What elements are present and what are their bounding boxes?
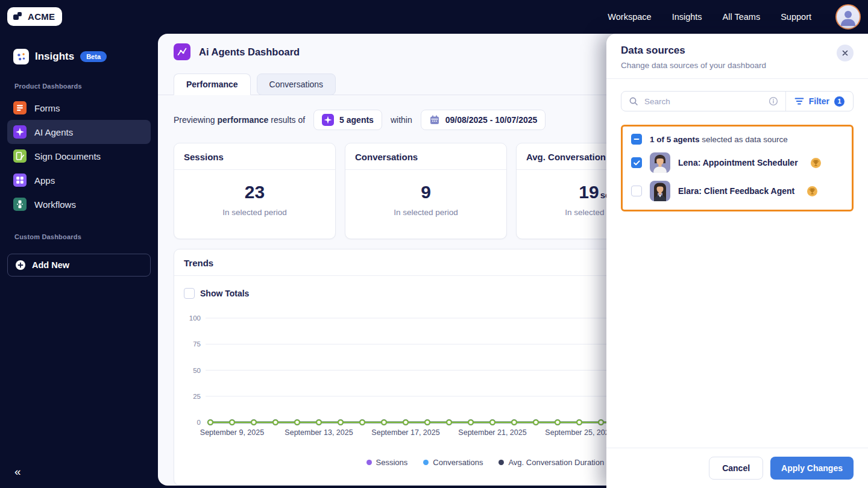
topnav-link-workspace[interactable]: Workspace [608, 12, 651, 22]
stat-value: 9 [421, 182, 431, 202]
add-new-label: Add New [32, 260, 69, 270]
show-totals-checkbox[interactable] [184, 288, 195, 299]
search-input[interactable] [644, 97, 761, 106]
select-all-checkbox[interactable] [631, 134, 642, 145]
agent-name: Elara: Client Feedback Agent [678, 186, 794, 196]
date-range-button[interactable]: 09/08/2025 - 10/07/2025 [421, 110, 546, 130]
tab-conversations[interactable]: Conversations [257, 74, 336, 95]
filter-icon [794, 97, 804, 105]
data-sources-panel: Data sources Change data sources of your… [606, 34, 868, 488]
topnav-link-support[interactable]: Support [781, 12, 811, 22]
sidebar-item-label: Workflows [34, 199, 76, 210]
sidebar-item-forms[interactable]: Forms [7, 96, 151, 120]
trophy-icon [811, 158, 821, 168]
svg-text:50: 50 [193, 367, 201, 374]
page-title: Ai Agents Dashboard [199, 46, 300, 58]
agent-avatar-lena [650, 152, 670, 173]
trophy-icon [807, 186, 817, 196]
sidebar-item-workflows[interactable]: Workflows [7, 192, 151, 216]
svg-text:September 13, 2025: September 13, 2025 [285, 428, 353, 437]
svg-text:September 25, 2025: September 25, 2025 [545, 428, 613, 437]
stat-card-sessions: Sessions 23 In selected period [174, 143, 336, 239]
legend-item-conversations[interactable]: Conversations [423, 458, 483, 467]
panel-close-button[interactable] [837, 45, 854, 61]
topnav-link-insights[interactable]: Insights [672, 12, 702, 22]
legend-item-sessions[interactable]: Sessions [366, 458, 408, 467]
agent-checkbox[interactable] [631, 186, 642, 196]
show-totals-toggle[interactable]: Show Totals [184, 288, 249, 299]
plus-icon [15, 260, 26, 271]
apps-icon [13, 174, 27, 187]
svg-text:0: 0 [197, 419, 201, 426]
within-label: within [391, 115, 412, 125]
search-icon [629, 96, 638, 106]
agent-checkbox[interactable] [631, 157, 642, 168]
cancel-button[interactable]: Cancel [709, 457, 763, 480]
sidebar-item-label: Forms [34, 103, 60, 113]
collapse-icon: « [14, 465, 21, 478]
agent-row-lena[interactable]: Lena: Appointment Scheduler [631, 152, 843, 173]
apply-changes-button[interactable]: Apply Changes [770, 457, 854, 480]
dashboard-icon [174, 43, 190, 60]
topnav-link-all-teams[interactable]: All Teams [723, 12, 761, 22]
calendar-icon [429, 114, 440, 125]
legend-dot [366, 460, 372, 465]
indeterminate-icon [634, 136, 640, 142]
svg-text:25: 25 [193, 393, 201, 400]
stat-card-conversations: Conversations 9 In selected period [345, 143, 507, 239]
stat-subtitle: In selected period [174, 208, 335, 217]
tab-performance[interactable]: Performance [174, 74, 251, 95]
sidebar-item-label: Apps [34, 175, 55, 186]
add-new-button[interactable]: Add New [7, 254, 151, 277]
svg-text:September 9, 2025: September 9, 2025 [200, 428, 264, 437]
stat-title: Sessions [174, 143, 335, 170]
selection-summary-row: 1 of 5 agents selected as data source [631, 134, 843, 145]
insights-icon [13, 49, 29, 64]
svg-text:100: 100 [189, 314, 201, 322]
stat-title: Conversations [345, 143, 506, 170]
sidebar-item-sign-documents[interactable]: Sign Documents [7, 144, 151, 168]
panel-title: Data sources [621, 45, 766, 57]
agents-selection-highlight: 1 of 5 agents selected as data source [621, 125, 854, 211]
check-icon [634, 160, 640, 166]
panel-body: Filter 1 1 of 5 agents selected as data … [606, 79, 868, 448]
sparkle-icon [322, 114, 334, 126]
sidebar-item-apps[interactable]: Apps [7, 168, 151, 192]
panel-footer: Cancel Apply Changes [606, 448, 868, 488]
stat-value: 23 [245, 182, 265, 202]
section-label-custom-dashboards: Custom Dashboards [14, 233, 151, 240]
top-nav: Workspace Insights All Teams Support [158, 0, 868, 34]
show-totals-label: Show Totals [200, 289, 249, 298]
filter-button[interactable]: Filter 1 [786, 96, 853, 107]
brand-name: ACME [28, 11, 55, 22]
filter-label: Filter [809, 96, 829, 106]
user-avatar[interactable] [835, 4, 861, 30]
agent-row-elara[interactable]: Elara: Client Feedback Agent [631, 181, 843, 201]
stat-value: 19 [579, 182, 599, 202]
beta-badge: Beta [80, 51, 107, 62]
legend-item-avg-conversation-duration[interactable]: Avg. Conversation Duration [498, 458, 604, 467]
sidebar-item-ai-agents[interactable]: AI Agents [7, 120, 151, 144]
sign-documents-icon [13, 149, 27, 163]
filter-count-badge: 1 [834, 96, 844, 107]
section-label-product-dashboards: Product Dashboards [14, 83, 151, 90]
svg-text:75: 75 [193, 340, 201, 348]
sidebar: ACME Insights Beta Product Dashboards [0, 0, 158, 488]
info-icon[interactable] [769, 96, 778, 106]
legend-dot [423, 460, 429, 465]
app-header: Insights Beta [13, 49, 151, 64]
search-filter-bar: Filter 1 [621, 91, 854, 111]
sidebar-item-label: AI Agents [34, 127, 73, 137]
agent-name: Lena: Appointment Scheduler [678, 158, 798, 167]
preview-text: Previewing performance results of [174, 115, 305, 125]
forms-icon [13, 101, 27, 114]
stat-subtitle: In selected period [345, 208, 506, 217]
brand-logo[interactable]: ACME [7, 7, 62, 26]
person-icon [838, 7, 858, 27]
agents-selector-button[interactable]: 5 agents [313, 110, 382, 130]
sidebar-collapse-button[interactable]: « [7, 465, 21, 478]
svg-text:September 21, 2025: September 21, 2025 [458, 428, 526, 437]
app-title: Insights [35, 51, 74, 63]
sidebar-item-label: Sign Documents [34, 151, 101, 161]
ai-agents-icon [13, 125, 27, 139]
